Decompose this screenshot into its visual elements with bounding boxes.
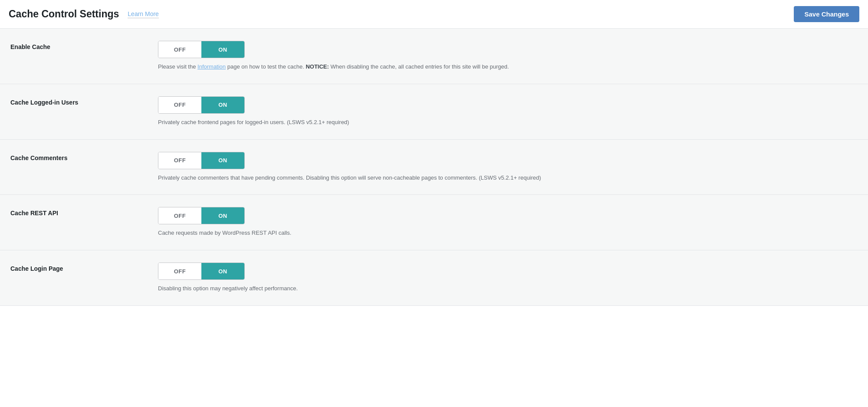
setting-description-cache-commenters: Privately cache commenters that have pen… <box>158 174 809 183</box>
header-left: Cache Control Settings Learn More <box>9 8 159 20</box>
toggle-group-cache-logged-in-users[interactable]: OFF ON <box>158 96 245 114</box>
toggle-off-cache-commenters[interactable]: OFF <box>158 152 201 169</box>
setting-label-cache-commenters: Cache Commenters <box>10 154 68 161</box>
setting-description-cache-logged-in-users: Privately cache frontend pages for logge… <box>158 118 809 127</box>
setting-row-cache-login-page: Cache Login Page OFF ON Disabling this o… <box>0 250 868 306</box>
toggle-on-cache-commenters[interactable]: ON <box>201 152 244 169</box>
setting-label-col-cache-commenters: Cache Commenters <box>10 152 158 161</box>
setting-row-cache-commenters: Cache Commenters OFF ON Privately cache … <box>0 140 868 195</box>
toggle-on-enable-cache[interactable]: ON <box>201 41 244 58</box>
setting-label-cache-rest-api: Cache REST API <box>10 210 58 217</box>
setting-label-col-cache-logged-in-users: Cache Logged-in Users <box>10 96 158 106</box>
toggle-off-enable-cache[interactable]: OFF <box>158 41 201 58</box>
toggle-off-cache-login-page[interactable]: OFF <box>158 263 201 279</box>
setting-label-cache-logged-in-users: Cache Logged-in Users <box>10 99 78 106</box>
page-title: Cache Control Settings <box>9 8 119 20</box>
setting-description-cache-rest-api: Cache requests made by WordPress REST AP… <box>158 229 809 238</box>
setting-label-cache-login-page: Cache Login Page <box>10 265 63 272</box>
setting-label-col-cache-login-page: Cache Login Page <box>10 263 158 272</box>
learn-more-link[interactable]: Learn More <box>128 10 159 18</box>
setting-label-enable-cache: Enable Cache <box>10 43 50 50</box>
toggle-group-cache-rest-api[interactable]: OFF ON <box>158 207 245 224</box>
setting-label-col-enable-cache: Enable Cache <box>10 41 158 50</box>
setting-description-enable-cache: Please visit the Information page on how… <box>158 62 809 72</box>
setting-control-col-cache-login-page: OFF ON Disabling this option may negativ… <box>158 263 858 293</box>
toggle-on-cache-login-page[interactable]: ON <box>201 263 244 279</box>
setting-control-col-cache-rest-api: OFF ON Cache requests made by WordPress … <box>158 207 858 238</box>
setting-control-col-enable-cache: OFF ON Please visit the Information page… <box>158 41 858 72</box>
setting-control-col-cache-logged-in-users: OFF ON Privately cache frontend pages fo… <box>158 96 858 127</box>
setting-row-cache-logged-in-users: Cache Logged-in Users OFF ON Privately c… <box>0 84 868 140</box>
toggle-group-cache-login-page[interactable]: OFF ON <box>158 263 245 280</box>
setting-description-cache-login-page: Disabling this option may negatively aff… <box>158 284 809 293</box>
toggle-on-cache-logged-in-users[interactable]: ON <box>201 97 244 113</box>
setting-row-cache-rest-api: Cache REST API OFF ON Cache requests mad… <box>0 195 868 250</box>
settings-container: Enable Cache OFF ON Please visit the Inf… <box>0 29 868 306</box>
toggle-off-cache-rest-api[interactable]: OFF <box>158 207 201 224</box>
setting-control-col-cache-commenters: OFF ON Privately cache commenters that h… <box>158 152 858 183</box>
toggle-group-enable-cache[interactable]: OFF ON <box>158 41 245 58</box>
toggle-group-cache-commenters[interactable]: OFF ON <box>158 152 245 169</box>
setting-row-enable-cache: Enable Cache OFF ON Please visit the Inf… <box>0 29 868 84</box>
toggle-on-cache-rest-api[interactable]: ON <box>201 207 244 224</box>
toggle-off-cache-logged-in-users[interactable]: OFF <box>158 97 201 113</box>
page-wrapper: Cache Control Settings Learn More Save C… <box>0 0 868 407</box>
page-header: Cache Control Settings Learn More Save C… <box>0 0 868 29</box>
setting-label-col-cache-rest-api: Cache REST API <box>10 207 158 217</box>
save-changes-button[interactable]: Save Changes <box>794 6 859 22</box>
